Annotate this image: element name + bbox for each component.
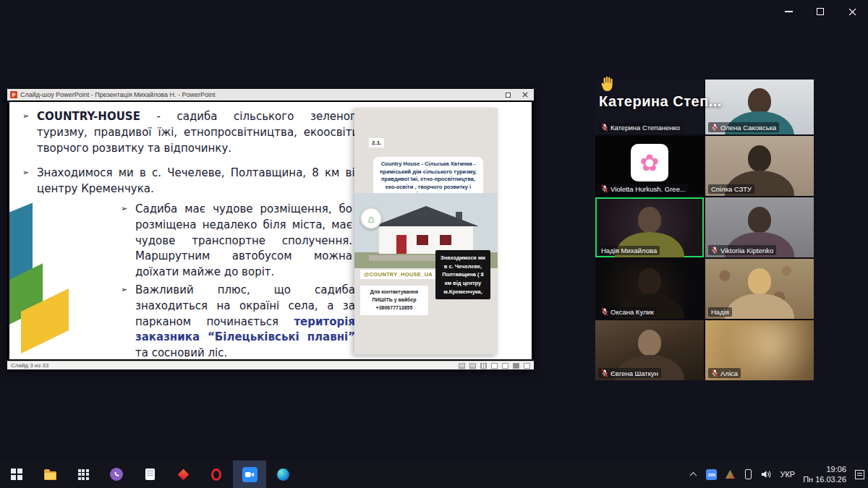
bullet-text: Садиба має чудове розміщення, бо розміще…: [135, 202, 352, 278]
participant-name: Євгена Шаткун: [610, 369, 658, 377]
edge-button[interactable]: [266, 461, 299, 488]
bullet-arrow-icon: ➢: [121, 284, 127, 296]
slide-counter: Слайд 3 из 33: [11, 362, 48, 369]
system-tray: zm УКР 19:06 Пн 16.03.26: [688, 464, 868, 485]
participant-tile-nadiia[interactable]: Надія: [705, 259, 814, 319]
statusbar-icons: [454, 363, 530, 369]
reading-view-icon[interactable]: [502, 363, 509, 369]
participant-label: Violetta Hurkush. Gree...: [598, 184, 689, 194]
bullet-arrow-icon: ➢: [22, 167, 29, 179]
bullet-bold-text: COUNTRY-HOUSE: [37, 110, 140, 123]
participant-tile-alisa[interactable]: Аліса: [705, 320, 814, 380]
action-center-icon: [855, 470, 864, 479]
bullet-location: ➢ Знаходимося ми в с. Чечелеве, Полтавщи…: [37, 166, 362, 197]
viber-button[interactable]: [100, 461, 133, 488]
notes-icon[interactable]: [459, 363, 465, 369]
comments-icon[interactable]: [469, 363, 476, 369]
participant-tile-yevhena[interactable]: Євгена Шаткун: [595, 320, 704, 380]
participant-label: Надія Михайлова: [598, 246, 660, 255]
story-slide-label: 2.1.: [369, 138, 384, 147]
taskbar: zm УКР 19:06 Пн 16.03.26: [0, 461, 868, 488]
maximize-icon: [817, 8, 824, 15]
participant-name: Катерина Степаненко: [610, 124, 680, 132]
instagram-story-panel: 2.1. Country House - Сільська Хатинка - …: [354, 108, 498, 354]
powerpoint-titlebar[interactable]: P Слайд-шоу PowerPoint - Презентація Мих…: [7, 89, 534, 100]
participant-label: Катерина Степаненко: [598, 122, 683, 132]
zoom-icon: [242, 467, 258, 482]
mic-muted-icon: [601, 369, 608, 377]
participant-name: Viktoriia Kiptenko: [720, 247, 773, 254]
participant-tile-oksana[interactable]: Оксана Кулик: [595, 259, 704, 319]
opera-button[interactable]: [200, 461, 233, 488]
bullet-country-house: ➢ COUNTRY-HOUSE - садиба сільського зеле…: [37, 109, 362, 156]
close-icon: [522, 92, 528, 98]
participant-name: Аліса: [720, 369, 738, 377]
participants-grid: Катерина Степаненко Олена Саковська ✿ Vi…: [595, 80, 814, 380]
raised-hand-icon: [599, 75, 615, 93]
file-explorer-button[interactable]: [33, 461, 67, 488]
mic-muted-icon: [711, 369, 718, 377]
powerpoint-window: P Слайд-шоу PowerPoint - Презентація Мих…: [7, 89, 534, 369]
participant-avatar: ✿: [631, 144, 668, 181]
participant-name: Оксана Кулик: [610, 308, 654, 316]
time-text: 19:06: [803, 464, 846, 474]
participant-label: Надія: [708, 307, 732, 317]
maximize-button[interactable]: [804, 0, 836, 23]
grid-icon: [78, 469, 89, 480]
video-camera-icon: [245, 471, 254, 478]
apps-grid-button[interactable]: [67, 461, 100, 488]
close-button[interactable]: [836, 0, 868, 23]
clock[interactable]: 19:06 Пн 16.03.26: [803, 464, 846, 485]
participant-label: Оксана Кулик: [598, 307, 657, 317]
zoom-button[interactable]: [233, 461, 266, 488]
participant-tile-violetta[interactable]: ✿ Violetta Hurkush. Gree...: [595, 136, 704, 196]
participant-tile-nadiia-mykhailova[interactable]: Надія Михайлова: [595, 197, 704, 257]
participant-label: Олена Саковська: [708, 122, 779, 132]
graphics-tray-button[interactable]: [725, 466, 735, 483]
participant-tile-viktoriia[interactable]: Viktoriia Kiptenko: [705, 197, 814, 257]
bullet-arrow-icon: ➢: [22, 111, 29, 122]
minimize-button[interactable]: [773, 0, 804, 23]
slide-sorter-icon[interactable]: [491, 363, 498, 369]
slideshow-icon[interactable]: [513, 363, 519, 369]
powerpoint-window-title: Слайд-шоу PowerPoint - Презентація Михай…: [20, 91, 216, 98]
phone-device-icon: [745, 469, 752, 479]
contact-phone: +380677713855: [362, 304, 426, 312]
action-center-button[interactable]: [854, 466, 864, 483]
date-text: Пн 16.03.26: [803, 474, 846, 484]
bullet-arrow-icon: ➢: [121, 203, 127, 215]
participant-tile-spilka[interactable]: Спілка СЗТУ: [705, 136, 814, 196]
contact-line: ПИШІТЬ у вайбер: [362, 296, 426, 304]
hidden-icons-button[interactable]: [688, 466, 698, 483]
device-tray-button[interactable]: [743, 466, 753, 483]
mic-muted-icon: [601, 307, 608, 316]
powerpoint-statusbar: Слайд 3 из 33: [7, 361, 534, 369]
zoom-tray-icon: zm: [706, 469, 717, 480]
ppt-restore-button[interactable]: [502, 90, 514, 100]
participant-name: Спілка СЗТУ: [711, 185, 752, 193]
powerpoint-app-icon: P: [10, 91, 17, 98]
fit-to-window-icon[interactable]: [524, 363, 530, 369]
participant-label: Євгена Шаткун: [598, 368, 661, 378]
restore-icon: [506, 93, 511, 98]
mic-muted-icon: [711, 246, 718, 254]
document-icon: [145, 468, 155, 480]
volume-button[interactable]: [761, 466, 772, 483]
document-app-button[interactable]: [133, 461, 166, 488]
story-contact-box: Для контактування ПИШІТЬ у вайбер +38067…: [360, 286, 428, 315]
chevron-up-icon: [689, 471, 697, 479]
raised-hand-overlay: Катерина Степ...: [599, 75, 722, 110]
slideshow-stage: ➢ COUNTRY-HOUSE - садиба сільського зеле…: [7, 100, 534, 361]
normal-view-icon[interactable]: [480, 363, 487, 369]
mic-muted-icon: [601, 184, 608, 193]
language-indicator[interactable]: УКР: [780, 470, 795, 479]
bullet-transport: ➢ Садиба має чудове розміщення, бо розмі…: [135, 202, 352, 281]
participant-label: Viktoriia Kiptenko: [708, 245, 776, 255]
red-diamond-app-button[interactable]: [166, 461, 200, 488]
edge-icon: [277, 468, 289, 481]
zoom-tray-button[interactable]: zm: [706, 466, 717, 483]
close-icon: [848, 8, 856, 16]
start-button[interactable]: [0, 461, 33, 488]
ppt-close-button[interactable]: [519, 90, 531, 100]
story-avatar: ⌂: [360, 207, 382, 229]
